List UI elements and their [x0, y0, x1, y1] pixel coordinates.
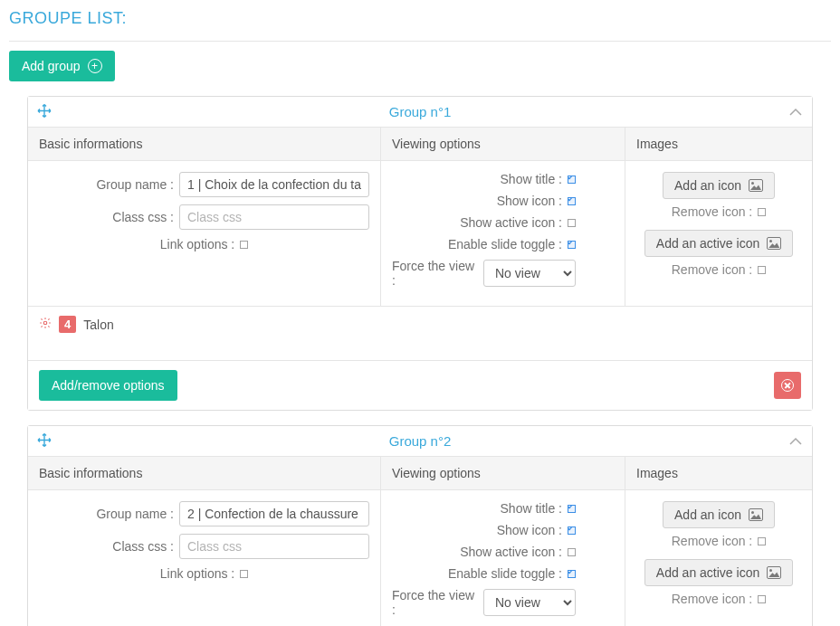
viewing-options-body: Show title : Show icon : Show active ico… [381, 490, 625, 626]
image-icon [767, 237, 781, 250]
image-icon [749, 508, 763, 521]
add-remove-options-button[interactable]: Add/remove options [39, 370, 177, 401]
gear-icon[interactable] [39, 317, 52, 333]
enable-slide-checkbox[interactable] [568, 570, 576, 578]
link-options-label: Link options : [160, 237, 235, 251]
svg-point-0 [43, 321, 47, 325]
show-active-icon-label: Show active icon : [460, 545, 562, 559]
show-icon-label: Show icon : [497, 194, 562, 208]
group-title: Group n°1 [389, 104, 452, 119]
tags-row: 4 Talon [28, 306, 812, 360]
columns-header: Basic informations Viewing options Image… [28, 128, 812, 161]
class-css-label: Class css : [112, 210, 174, 224]
basic-info-body: Group name : Class css : Link options : [28, 490, 381, 626]
add-active-icon-button[interactable]: Add an active icon [644, 559, 793, 586]
force-view-label: Force the view : [392, 588, 478, 617]
show-title-checkbox[interactable] [568, 505, 576, 513]
force-view-select[interactable]: No view [483, 589, 576, 616]
group-header: Group n°2 [28, 426, 812, 457]
col-header-viewing: Viewing options [381, 128, 625, 160]
close-circle-icon [781, 379, 794, 392]
add-active-icon-label: Add an active icon [656, 236, 759, 251]
remove-icon-checkbox[interactable] [758, 208, 766, 216]
show-icon-label: Show icon : [497, 523, 562, 537]
add-group-button[interactable]: Add group + [9, 51, 115, 81]
remove-active-icon-label: Remove icon : [672, 592, 752, 606]
show-active-icon-label: Show active icon : [460, 215, 562, 230]
add-icon-button[interactable]: Add an icon [663, 172, 775, 199]
delete-group-button[interactable] [774, 372, 801, 399]
group-name-label: Group name : [96, 507, 174, 521]
col-header-viewing: Viewing options [381, 457, 625, 489]
col-header-images: Images [625, 128, 812, 160]
group-footer: Add/remove options [28, 360, 812, 410]
remove-active-icon-row: Remove icon : [672, 592, 766, 606]
col-header-basic: Basic informations [28, 128, 381, 160]
remove-active-icon-label: Remove icon : [672, 262, 752, 277]
link-options-label: Link options : [160, 566, 235, 581]
show-active-icon-checkbox[interactable] [568, 219, 576, 227]
remove-active-icon-checkbox[interactable] [758, 266, 766, 274]
viewing-options-body: Show title : Show icon : Show active ico… [381, 161, 625, 306]
tag-item: 4 Talon [39, 316, 114, 333]
force-view-select[interactable]: No view [483, 260, 576, 287]
show-active-icon-checkbox[interactable] [568, 548, 576, 556]
page-title: GROUPE LIST: [9, 9, 831, 28]
remove-icon-checkbox[interactable] [758, 537, 766, 545]
remove-icon-label: Remove icon : [672, 204, 752, 219]
tag-text: Talon [83, 318, 113, 332]
group-header: Group n°1 [28, 97, 812, 128]
plus-circle-icon: + [88, 59, 102, 73]
remove-active-icon-checkbox[interactable] [758, 595, 766, 603]
enable-slide-checkbox[interactable] [568, 241, 576, 249]
group-name-input[interactable] [179, 172, 369, 197]
class-css-label: Class css : [112, 539, 174, 554]
group-panel: Group n°2 Basic informations Viewing opt… [27, 425, 813, 626]
add-remove-options-label: Add/remove options [52, 378, 165, 393]
show-icon-checkbox[interactable] [568, 526, 576, 535]
show-icon-checkbox[interactable] [568, 197, 576, 205]
link-options-checkbox[interactable] [240, 241, 248, 249]
remove-icon-row: Remove icon : [672, 534, 766, 548]
class-css-input[interactable] [179, 534, 369, 559]
group-name-input[interactable] [179, 501, 369, 526]
col-header-images: Images [625, 457, 812, 489]
add-icon-label: Add an icon [674, 178, 741, 193]
image-icon [749, 179, 763, 192]
tag-badge: 4 [59, 316, 76, 333]
images-body: Add an icon Remove icon : Add an active … [625, 161, 812, 306]
col-header-basic: Basic informations [28, 457, 381, 489]
remove-icon-row: Remove icon : [672, 204, 766, 219]
chevron-up-icon[interactable] [788, 437, 803, 446]
chevron-up-icon[interactable] [788, 108, 803, 117]
add-active-icon-button[interactable]: Add an active icon [644, 230, 793, 257]
show-title-label: Show title : [501, 172, 562, 186]
add-icon-label: Add an icon [674, 507, 741, 522]
enable-slide-label: Enable slide toggle : [448, 237, 562, 251]
link-options-checkbox[interactable] [240, 570, 248, 578]
drag-handle-icon[interactable] [37, 432, 52, 450]
remove-icon-label: Remove icon : [672, 534, 752, 548]
columns-body: Group name : Class css : Link options : … [28, 161, 812, 306]
title-separator [9, 41, 831, 42]
drag-handle-icon[interactable] [37, 103, 52, 120]
group-panel: Group n°1 Basic informations Viewing opt… [27, 96, 813, 411]
add-icon-button[interactable]: Add an icon [663, 501, 775, 528]
group-title: Group n°2 [389, 433, 452, 449]
columns-body: Group name : Class css : Link options : … [28, 490, 812, 626]
show-title-checkbox[interactable] [568, 175, 576, 184]
add-group-label: Add group [22, 59, 81, 73]
image-icon [767, 566, 781, 579]
enable-slide-label: Enable slide toggle : [448, 566, 562, 581]
basic-info-body: Group name : Class css : Link options : [28, 161, 381, 306]
show-title-label: Show title : [501, 501, 562, 516]
columns-header: Basic informations Viewing options Image… [28, 457, 812, 490]
class-css-input[interactable] [179, 204, 369, 230]
add-active-icon-label: Add an active icon [656, 565, 759, 580]
images-body: Add an icon Remove icon : Add an active … [625, 490, 812, 626]
remove-active-icon-row: Remove icon : [672, 262, 766, 277]
group-name-label: Group name : [96, 177, 174, 192]
force-view-label: Force the view : [392, 259, 478, 288]
